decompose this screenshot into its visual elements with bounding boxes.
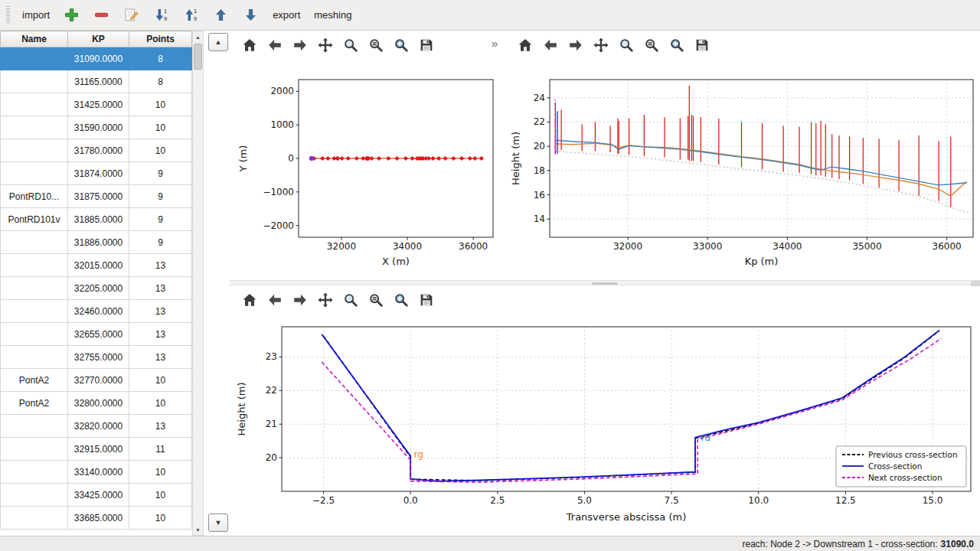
home-button[interactable] [514,34,536,56]
cell-name[interactable] [1,47,68,70]
cell-points[interactable]: 13 [129,277,192,300]
section-down-button[interactable]: ▼ [208,514,228,532]
cell-name[interactable] [1,277,68,300]
import-button[interactable]: import [16,4,56,27]
cell-kp[interactable]: 32820.0000 [68,415,129,438]
cell-kp[interactable]: 31090.0000 [68,47,129,70]
column-header-points[interactable]: Points [129,31,192,47]
toolbar-grip[interactable] [6,6,10,24]
cell-kp[interactable]: 32800.0000 [68,392,129,415]
cell-name[interactable]: PontA2 [1,369,68,392]
pan-button[interactable] [315,289,336,311]
save-button[interactable] [416,34,437,56]
cell-name[interactable] [1,116,68,139]
cell-points[interactable]: 13 [129,300,192,323]
cell-points[interactable]: 10 [129,461,192,484]
plan-chart[interactable]: 320003400036000−2000−1000010002000X (m)Y… [230,60,502,283]
cell-name[interactable] [1,70,68,93]
cell-name[interactable] [1,162,68,185]
cell-points[interactable]: 8 [129,70,192,93]
cell-points[interactable]: 10 [129,93,192,116]
cell-name[interactable] [1,300,68,323]
forward-button[interactable] [289,289,311,311]
back-button[interactable] [264,34,286,56]
table-row[interactable]: PontRD101v31885.00009 [1,208,192,231]
zoom-button[interactable] [340,289,361,311]
table-row[interactable]: 33425.000010 [1,484,192,507]
cell-name[interactable] [1,254,68,277]
cell-name[interactable] [1,461,68,484]
sort-ascending-button[interactable] [177,4,205,27]
cell-points[interactable]: 10 [129,369,192,392]
table-row[interactable]: 31886.00009 [1,231,192,254]
cell-kp[interactable]: 32460.0000 [68,300,129,323]
cell-name[interactable] [1,231,68,254]
cell-name[interactable]: PontRD10... [1,185,68,208]
table-row[interactable]: 31874.00009 [1,162,192,185]
cell-name[interactable]: PontA2 [1,392,68,415]
back-button[interactable] [264,289,286,311]
save-button[interactable] [416,289,437,311]
plan-figure[interactable]: 320003400036000−2000−1000010002000X (m)Y… [230,60,502,280]
pan-button[interactable] [315,34,336,56]
table-row[interactable]: 32460.000013 [1,300,192,323]
cell-name[interactable] [1,415,68,438]
column-header-kp[interactable]: KP [68,31,129,47]
table-row[interactable]: 31780.000010 [1,139,192,162]
cell-kp[interactable]: 31875.0000 [68,185,129,208]
cell-points[interactable]: 10 [129,484,192,507]
cell-name[interactable] [1,484,68,507]
edit-button[interactable] [117,4,145,27]
zoom-config-button[interactable] [365,34,387,56]
cell-kp[interactable]: 33140.0000 [68,461,129,484]
cell-name[interactable] [1,139,68,162]
table-row[interactable]: 32655.000013 [1,323,192,346]
table-row[interactable]: 32915.000011 [1,438,192,461]
table-row[interactable]: 32820.000013 [1,415,192,438]
cross-figure[interactable]: −2.50.02.55.07.510.012.515.020212223Tran… [230,315,980,536]
table-row[interactable]: 32015.000013 [1,254,192,277]
cell-name[interactable] [1,323,68,346]
cross-section-chart[interactable]: −2.50.02.55.07.510.012.515.020212223Tran… [230,315,980,539]
remove-cross-section-button[interactable] [87,4,116,27]
cell-points[interactable]: 13 [129,254,192,277]
table-row[interactable]: 31590.000010 [1,116,192,139]
cell-points[interactable]: 13 [129,323,192,346]
zoom-edit-button[interactable] [390,289,412,311]
forward-button[interactable] [289,34,311,56]
cell-points[interactable]: 9 [129,185,192,208]
zoom-config-button[interactable] [641,34,662,56]
cell-name[interactable] [1,507,68,530]
scrollbar-down-arrow[interactable]: ▼ [193,524,203,535]
column-header-name[interactable]: Name [1,31,68,47]
cell-kp[interactable]: 32770.0000 [68,369,129,392]
cell-points[interactable]: 9 [129,162,192,185]
cell-points[interactable]: 8 [129,47,192,70]
cell-kp[interactable]: 32015.0000 [68,254,129,277]
horizontal-splitter[interactable] [230,280,980,285]
cell-name[interactable] [1,93,68,116]
toolbar-overflow-chevron[interactable]: » [492,37,498,50]
table-row[interactable]: 31090.00008 [1,47,192,70]
cell-kp[interactable]: 31590.0000 [68,116,129,139]
cell-points[interactable]: 10 [129,392,192,415]
cell-points[interactable]: 10 [129,507,192,530]
home-button[interactable] [239,289,260,311]
cell-name[interactable]: PontRD101v [1,208,68,231]
cell-points[interactable]: 11 [129,438,192,461]
cell-kp[interactable]: 31886.0000 [68,231,129,254]
cell-kp[interactable]: 33425.0000 [68,484,129,507]
cell-kp[interactable]: 31885.0000 [68,208,129,231]
zoom-edit-button[interactable] [390,34,412,56]
table-row[interactable]: 31425.000010 [1,93,192,116]
zoom-button[interactable] [340,34,361,56]
table-row[interactable]: 31165.00008 [1,70,192,93]
zoom-config-button[interactable] [365,289,387,311]
cell-kp[interactable]: 32205.0000 [68,277,129,300]
cell-points[interactable]: 10 [129,139,192,162]
table-row[interactable]: PontRD10...31875.00009 [1,185,192,208]
section-up-button[interactable]: ▲ [208,33,228,51]
cell-kp[interactable]: 32655.0000 [68,323,129,346]
scrollbar-thumb[interactable] [194,44,202,70]
cell-kp[interactable]: 31874.0000 [68,162,129,185]
